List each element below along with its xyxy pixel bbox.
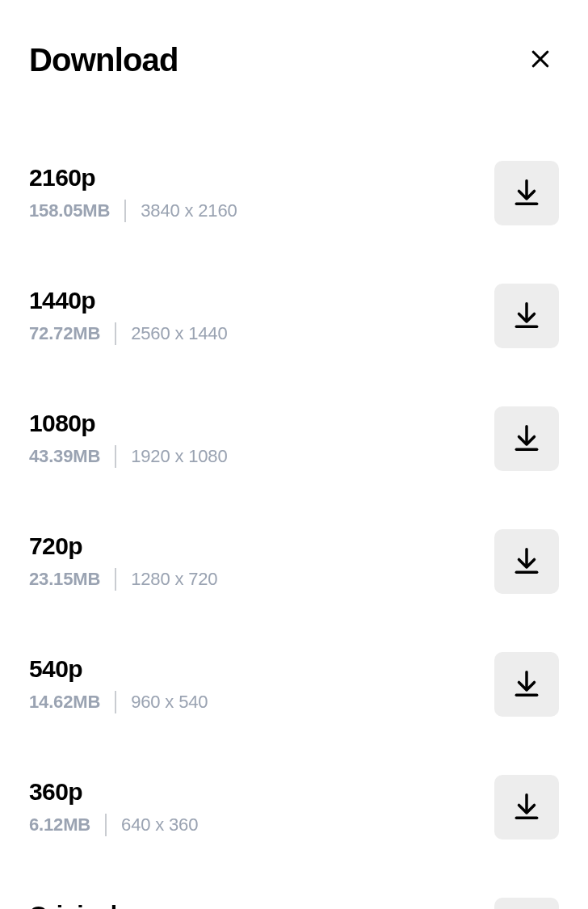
option-label: 720p [29,532,217,560]
modal-header: Download [29,40,559,80]
option-info: Original 471.68MB 3840 x 2160 [29,901,237,909]
option-size: 72.72MB [29,323,100,344]
option-label: 2160p [29,164,237,191]
meta-divider [124,200,126,222]
option-dimensions: 2560 x 1440 [131,323,227,344]
download-button-540p[interactable] [494,652,559,717]
download-option-1080p: 1080p 43.39MB 1920 x 1080 [29,406,559,471]
option-info: 2160p 158.05MB 3840 x 2160 [29,164,237,222]
close-button[interactable] [522,40,559,80]
option-meta: 43.39MB 1920 x 1080 [29,445,228,468]
option-dimensions: 1280 x 720 [131,569,217,590]
download-option-original: Original 471.68MB 3840 x 2160 [29,898,559,909]
option-info: 360p 6.12MB 640 x 360 [29,778,198,836]
download-icon [511,668,542,701]
download-icon [511,300,542,333]
option-label: 1440p [29,287,228,314]
option-size: 14.62MB [29,692,100,713]
option-dimensions: 960 x 540 [131,692,208,713]
option-label: 360p [29,778,198,806]
download-button-720p[interactable] [494,529,559,594]
meta-divider [115,568,116,591]
download-icon [511,177,542,210]
option-label: Original [29,901,237,909]
close-icon [528,47,552,74]
option-label: 1080p [29,410,228,437]
download-icon [511,791,542,824]
option-info: 1440p 72.72MB 2560 x 1440 [29,287,228,345]
meta-divider [115,691,116,713]
download-button-360p[interactable] [494,775,559,840]
option-size: 43.39MB [29,446,100,467]
download-option-1440p: 1440p 72.72MB 2560 x 1440 [29,284,559,348]
option-dimensions: 640 x 360 [121,814,198,835]
option-size: 23.15MB [29,569,100,590]
download-option-720p: 720p 23.15MB 1280 x 720 [29,529,559,594]
option-size: 158.05MB [29,200,110,221]
download-button-2160p[interactable] [494,161,559,225]
meta-divider [115,445,116,468]
download-modal: Download 2160p 158.05MB 3840 x 2160 [0,0,588,909]
option-size: 6.12MB [29,814,90,835]
option-info: 1080p 43.39MB 1920 x 1080 [29,410,228,468]
option-label: 540p [29,655,208,683]
option-info: 540p 14.62MB 960 x 540 [29,655,208,713]
download-icon [511,423,542,456]
option-meta: 72.72MB 2560 x 1440 [29,322,228,345]
option-meta: 6.12MB 640 x 360 [29,814,198,836]
download-option-540p: 540p 14.62MB 960 x 540 [29,652,559,717]
download-button-original[interactable] [494,898,559,909]
meta-divider [115,322,116,345]
option-meta: 158.05MB 3840 x 2160 [29,200,237,222]
download-option-360p: 360p 6.12MB 640 x 360 [29,775,559,840]
modal-title: Download [29,42,178,78]
option-meta: 23.15MB 1280 x 720 [29,568,217,591]
download-options-list: 2160p 158.05MB 3840 x 2160 [29,161,559,909]
download-button-1440p[interactable] [494,284,559,348]
option-meta: 14.62MB 960 x 540 [29,691,208,713]
option-info: 720p 23.15MB 1280 x 720 [29,532,217,591]
download-button-1080p[interactable] [494,406,559,471]
option-dimensions: 1920 x 1080 [131,446,227,467]
option-dimensions: 3840 x 2160 [141,200,237,221]
meta-divider [105,814,107,836]
download-option-2160p: 2160p 158.05MB 3840 x 2160 [29,161,559,225]
download-icon [511,545,542,579]
